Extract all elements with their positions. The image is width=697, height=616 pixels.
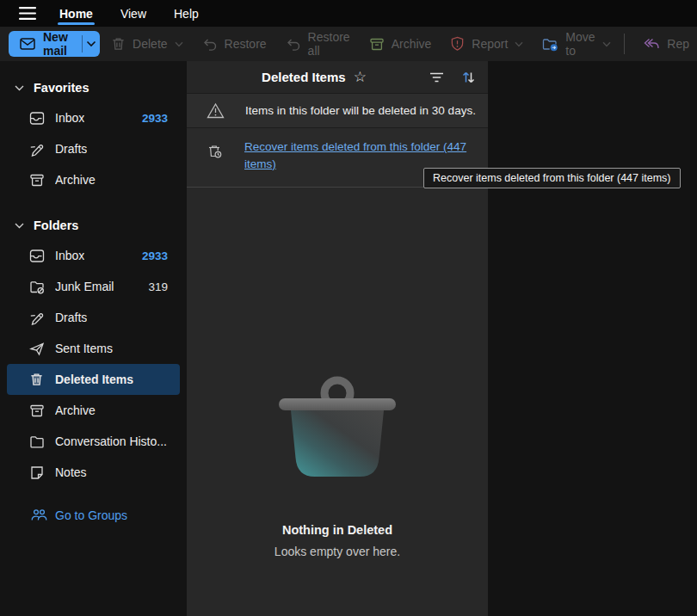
filter-icon[interactable]	[429, 72, 444, 83]
new-mail-main[interactable]: New mail	[9, 31, 82, 57]
sidebar-item-inbox-favorite[interactable]: Inbox 2933	[7, 102, 180, 133]
inbox-icon	[29, 249, 45, 263]
report-button[interactable]: Report	[442, 31, 531, 57]
sidebar-item-junk-email[interactable]: Junk Email 319	[7, 271, 180, 302]
section-gap	[0, 195, 187, 216]
sidebar-item-label: Sent Items	[55, 342, 113, 355]
junk-folder-icon	[29, 280, 45, 294]
reading-pane	[488, 61, 697, 616]
tab-view-label: View	[120, 7, 146, 21]
delete-button[interactable]: Delete	[103, 31, 190, 57]
archive-icon	[29, 403, 45, 418]
sidebar-item-label: Inbox	[55, 249, 84, 262]
sidebar-item-drafts[interactable]: Drafts	[7, 302, 180, 333]
inbox-icon	[29, 111, 45, 126]
restore-label: Restore	[225, 37, 267, 51]
retention-banner-text: Items in this folder will be deleted in …	[245, 104, 476, 117]
sidebar-item-label: Archive	[55, 403, 96, 417]
active-tab-underline	[58, 22, 95, 25]
chevron-down-icon	[15, 85, 24, 91]
sort-icon[interactable]	[461, 71, 476, 84]
archive-button[interactable]: Archive	[361, 31, 440, 57]
chevron-down-icon	[15, 223, 24, 229]
new-mail-button[interactable]: New mail	[9, 31, 100, 57]
main-content: Favorites Inbox 2933 Drafts Archive	[0, 61, 697, 616]
favorites-section-label: Favorites	[34, 81, 89, 95]
retention-banner: Items in this folder will be deleted in …	[187, 94, 488, 128]
reply-all-icon	[643, 37, 660, 51]
go-to-groups-label: Go to Groups	[55, 508, 127, 522]
chevron-down-icon	[175, 41, 183, 47]
tab-home[interactable]: Home	[58, 0, 95, 27]
archive-icon	[369, 37, 385, 52]
folder-icon	[29, 434, 45, 449]
sidebar-item-label: Junk Email	[55, 280, 114, 293]
empty-trash-illustration	[277, 372, 398, 492]
empty-state-title: Nothing in Deleted	[282, 523, 392, 537]
go-to-groups-link[interactable]: Go to Groups	[0, 508, 187, 522]
item-count: 319	[148, 280, 168, 293]
toolbar-divider	[624, 34, 625, 54]
favorites-section-header[interactable]: Favorites	[0, 78, 187, 102]
tab-view[interactable]: View	[119, 0, 148, 27]
note-icon	[29, 465, 45, 480]
move-to-button[interactable]: Move to	[534, 31, 618, 57]
tab-home-label: Home	[59, 7, 93, 21]
favorite-star-icon[interactable]: ☆	[354, 70, 367, 84]
sidebar-item-label: Drafts	[55, 142, 87, 156]
shield-report-icon	[450, 36, 465, 52]
chevron-down-icon	[515, 41, 523, 47]
reply-label: Rep	[667, 37, 689, 51]
restore-all-button[interactable]: Restore all	[278, 31, 358, 57]
sidebar-item-label: Drafts	[55, 311, 87, 324]
list-header-icons	[429, 71, 476, 84]
sidebar-item-label: Deleted Items	[55, 373, 133, 386]
empty-state: Nothing in Deleted Looks empty over here…	[187, 188, 488, 616]
archive-label: Archive	[392, 37, 432, 51]
sidebar-item-archive[interactable]: Archive	[7, 395, 180, 426]
sidebar-item-label: Conversation Histo...	[55, 434, 167, 448]
hamburger-menu-icon[interactable]	[19, 7, 36, 20]
sidebar-item-notes[interactable]: Notes	[7, 457, 180, 488]
ribbon-toolbar: New mail Delete Restore Restore all Arch…	[0, 27, 697, 61]
tab-help-label: Help	[174, 7, 199, 21]
folders-section-header[interactable]: Folders	[0, 216, 187, 240]
sidebar-item-archive-favorite[interactable]: Archive	[7, 164, 180, 195]
folder-sidebar: Favorites Inbox 2933 Drafts Archive	[0, 61, 187, 616]
sidebar-item-drafts-favorite[interactable]: Drafts	[7, 133, 180, 164]
unread-count: 2933	[142, 249, 168, 262]
delete-label: Delete	[133, 37, 167, 51]
sidebar-item-label: Archive	[55, 173, 96, 187]
sidebar-item-inbox[interactable]: Inbox 2933	[7, 240, 180, 271]
recover-link-tooltip: Recover items deleted from this folder (…	[423, 168, 681, 188]
undo-icon	[202, 37, 218, 52]
sidebar-item-conversation-history[interactable]: Conversation Histo...	[7, 426, 180, 457]
new-mail-dropdown[interactable]	[83, 31, 100, 57]
warning-triangle-icon	[207, 102, 225, 119]
pencil-icon	[29, 142, 45, 157]
sidebar-item-deleted-items[interactable]: Deleted Items	[7, 364, 180, 395]
sidebar-item-sent-items[interactable]: Sent Items	[7, 333, 180, 364]
reply-button-clipped[interactable]: Rep	[635, 31, 697, 57]
report-label: Report	[472, 37, 508, 51]
folders-section-label: Folders	[34, 219, 78, 232]
folder-title: Deleted Items	[262, 70, 346, 84]
send-icon	[29, 342, 45, 356]
groups-people-icon	[30, 508, 48, 522]
tab-help[interactable]: Help	[172, 0, 200, 27]
list-pane-header: Deleted Items ☆	[187, 61, 488, 94]
trash-icon	[29, 372, 45, 387]
ribbon-tabs: Home View Help	[58, 0, 225, 27]
restore-all-label: Restore all	[308, 30, 350, 58]
restore-button[interactable]: Restore	[194, 31, 274, 57]
mail-envelope-icon	[20, 38, 35, 50]
trash-icon	[111, 36, 126, 52]
move-to-label: Move to	[565, 30, 595, 58]
undo-icon	[286, 37, 301, 52]
folder-title-group: Deleted Items ☆	[262, 70, 367, 84]
message-list-pane: Deleted Items ☆ Items in this folder wil…	[187, 61, 488, 616]
empty-state-subtitle: Looks empty over here.	[274, 545, 400, 558]
archive-icon	[29, 173, 45, 188]
sidebar-item-label: Inbox	[55, 111, 84, 125]
top-menu-bar: Home View Help	[0, 0, 697, 27]
